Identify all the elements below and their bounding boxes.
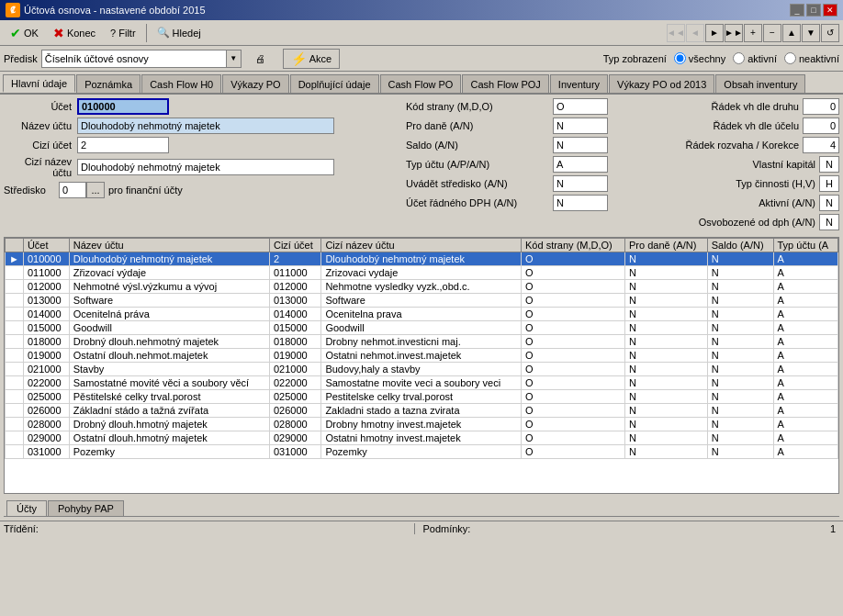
table-row[interactable]: 029000 Ostatní dlouh.hmotný majetek 0290… [6, 431, 838, 445]
bottom-tab-pohyby-pap[interactable]: Pohyby PAP [48, 500, 124, 516]
close-button[interactable]: ✕ [823, 4, 837, 17]
table-row[interactable]: 015000 Goodwill 015000 Goodwill O N N A [6, 321, 838, 335]
right-input-2[interactable] [803, 137, 839, 153]
tab-vykazy-po-od-2013[interactable]: Výkazy PO od 2013 [609, 74, 714, 93]
tab-poznamka[interactable]: Poznámka [76, 74, 140, 93]
nav-refresh[interactable]: ↺ [821, 24, 839, 42]
cell-typ: A [773, 280, 838, 294]
nav-first[interactable]: ◄◄ [667, 24, 685, 42]
stredisko-input[interactable] [59, 182, 86, 198]
col-ucet: Účet [23, 239, 69, 252]
radio-neaktivni[interactable]: neaktivní [784, 52, 839, 64]
mid-input-2[interactable] [553, 137, 608, 153]
right-input-6[interactable] [819, 214, 839, 230]
radio-vsechny[interactable]: všechny [674, 52, 725, 64]
trideni-section: Třídění: [4, 523, 407, 534]
table-row[interactable]: 022000 Samostatné movité věci a soubory … [6, 376, 838, 390]
mid-label-5: Účet řádného DPH (A/N) [406, 197, 553, 208]
nav-prev[interactable]: ◄ [686, 24, 704, 42]
ok-button[interactable]: ✔ OK [4, 23, 45, 43]
cell-ucet: 013000 [23, 294, 69, 308]
cell-cizi-ucet: 013000 [269, 294, 320, 308]
row-indicator [6, 266, 24, 280]
mid-input-4[interactable] [553, 175, 608, 192]
mid-input-1[interactable] [553, 118, 608, 134]
cell-ucet: 011000 [23, 266, 69, 280]
cell-cizi-ucet: 029000 [269, 431, 320, 445]
akce-button[interactable]: ⚡ Akce [283, 49, 340, 69]
nav-add[interactable]: + [744, 24, 762, 42]
cell-kod: O [522, 321, 625, 335]
nav-remove[interactable]: − [763, 24, 781, 42]
table-row[interactable]: 031000 Pozemky 031000 Pozemky O N N A [6, 445, 838, 459]
radio-aktivni[interactable]: aktivní [733, 52, 777, 64]
right-input-0[interactable] [803, 98, 839, 115]
maximize-button[interactable]: □ [806, 4, 821, 17]
predisk-dropdown-arrow[interactable]: ▼ [226, 50, 241, 67]
tab-cash-flow-h0[interactable]: Cash Flow H0 [141, 74, 221, 93]
cell-cizi-nazev: Zrizovaci vydaje [321, 266, 522, 280]
cell-cizi-ucet: 014000 [269, 308, 320, 321]
nav-next[interactable]: ► [705, 24, 724, 42]
table-row[interactable]: 025000 Pěstitelské celky trval.porost 02… [6, 390, 838, 404]
tab-hlavni-udaje[interactable]: Hlavní údaje [3, 74, 75, 93]
table-row[interactable]: 013000 Software 013000 Software O N N A [6, 294, 838, 308]
cell-kod: O [522, 390, 625, 404]
right-row-0: Řádek vh dle druhu [615, 98, 839, 115]
cell-kod: O [522, 335, 625, 349]
tab-obsah-inventury[interactable]: Obsah inventury [715, 74, 805, 93]
right-input-5[interactable] [819, 195, 839, 211]
filtr-button[interactable]: ? Filtr [104, 23, 141, 43]
tab-doplnujici-udaje[interactable]: Doplňující údaje [290, 74, 379, 93]
tab-vykazy-po[interactable]: Výkazy PO [222, 74, 288, 93]
mid-label-3: Typ účtu (A/P/A/N) [406, 159, 553, 170]
mid-input-5[interactable] [553, 195, 608, 211]
nav-last[interactable]: ►► [725, 24, 743, 42]
akce-label: Akce [309, 53, 332, 64]
table-row[interactable]: 018000 Drobný dlouh.nehmotný majetek 018… [6, 335, 838, 349]
tab-inventury[interactable]: Inventury [550, 74, 608, 93]
mid-input-0[interactable] [553, 98, 608, 115]
mid-input-3[interactable] [553, 156, 608, 173]
cell-cizi-ucet: 2 [269, 252, 320, 266]
row-indicator [6, 321, 24, 335]
mid-row-5: Účet řádného DPH (A/N) [406, 195, 608, 211]
predisk-dropdown[interactable]: ▼ [41, 50, 242, 68]
cizi-nazev-uctu-input[interactable] [77, 159, 334, 175]
table-row[interactable]: 028000 Drobný dlouh.hmotný majetek 02800… [6, 418, 838, 431]
grid-table: Účet Název účtu Cizí účet Cizí název účt… [5, 238, 838, 459]
konec-button[interactable]: ✖ Konec [47, 23, 102, 43]
table-row[interactable]: 019000 Ostatní dlouh.nehmot.majetek 0190… [6, 349, 838, 363]
cizi-ucet-input[interactable] [77, 137, 169, 153]
table-row[interactable]: 012000 Nehmotné výsl.výzkumu a vývoj 012… [6, 280, 838, 294]
stredisko-label: Středisko [4, 185, 59, 196]
nav-down[interactable]: ▼ [802, 24, 820, 42]
nav-up[interactable]: ▲ [782, 24, 801, 42]
right-input-3[interactable] [819, 156, 839, 173]
stredisko-browse-button[interactable]: ... [86, 182, 105, 198]
right-input-1[interactable] [803, 118, 839, 134]
cell-cizi-ucet: 031000 [269, 445, 320, 459]
print-button[interactable]: 🖨 [249, 49, 272, 69]
table-row[interactable]: 011000 Zřizovací výdaje 011000 Zrizovaci… [6, 266, 838, 280]
table-row[interactable]: ► 010000 Dlouhodobý nehmotný majetek 2 D… [6, 252, 838, 266]
data-grid: Účet Název účtu Cizí účet Cizí název účt… [4, 237, 839, 494]
right-input-4[interactable] [819, 175, 839, 192]
cell-ucet: 012000 [23, 280, 69, 294]
cell-nazev: Dlouhodobý nehmotný majetek [69, 252, 269, 266]
row-indicator [6, 376, 24, 390]
table-row[interactable]: 026000 Základní stádo a tažná zvířata 02… [6, 404, 838, 418]
tab-cash-flow-po[interactable]: Cash Flow PO [380, 74, 462, 93]
col-cizi-nazev: Cizí název účtu [321, 239, 522, 252]
bottom-tab-ucty[interactable]: Účty [6, 500, 47, 516]
predisk-input[interactable] [42, 50, 226, 67]
hledej-button[interactable]: 🔍 Hledej [151, 23, 208, 43]
ucet-input[interactable] [77, 98, 169, 115]
table-row[interactable]: 014000 Ocenitelná práva 014000 Oceniteln… [6, 308, 838, 321]
nazev-uctu-label: Název účtu [4, 120, 77, 131]
tab-cash-flow-poj[interactable]: Cash Flow POJ [462, 74, 548, 93]
table-row[interactable]: 021000 Stavby 021000 Budovy,haly a stavb… [6, 363, 838, 376]
minimize-button[interactable]: _ [790, 4, 804, 17]
nazev-uctu-input[interactable] [77, 118, 334, 134]
row-indicator [6, 294, 24, 308]
